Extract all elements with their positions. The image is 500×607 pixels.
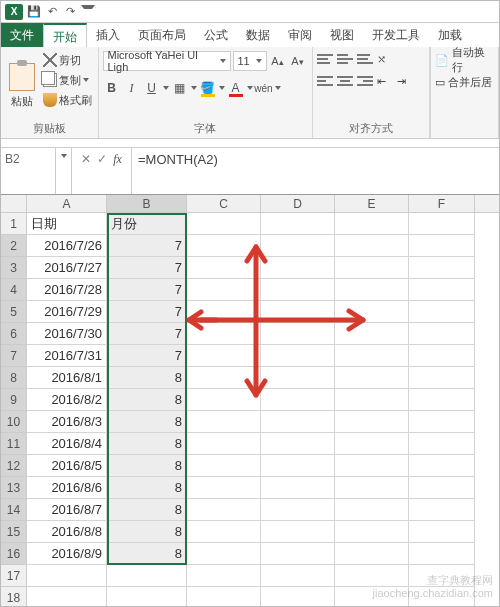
font-name-select[interactable]: Microsoft YaHei UI Ligh	[103, 51, 231, 71]
cell-F12[interactable]	[409, 455, 475, 477]
tab-addins[interactable]: 加载	[429, 23, 471, 47]
cell-E3[interactable]	[335, 257, 409, 279]
cell-C7[interactable]	[187, 345, 261, 367]
cell-F13[interactable]	[409, 477, 475, 499]
chevron-down-icon[interactable]	[219, 86, 225, 90]
cell-A3[interactable]: 2016/7/27	[27, 257, 107, 279]
row-header[interactable]: 15	[1, 521, 27, 543]
cell-F14[interactable]	[409, 499, 475, 521]
chevron-down-icon[interactable]	[247, 86, 253, 90]
cell-C9[interactable]	[187, 389, 261, 411]
cell-F8[interactable]	[409, 367, 475, 389]
tab-developer[interactable]: 开发工具	[363, 23, 429, 47]
column-header-F[interactable]: F	[409, 195, 475, 212]
cell-B3[interactable]: 7	[107, 257, 187, 279]
cell-E4[interactable]	[335, 279, 409, 301]
tab-review[interactable]: 审阅	[279, 23, 321, 47]
fx-button[interactable]: fx	[113, 152, 122, 167]
cell-C11[interactable]	[187, 433, 261, 455]
font-color-button[interactable]: A	[227, 79, 245, 97]
column-header-C[interactable]: C	[187, 195, 261, 212]
cell-A16[interactable]: 2016/8/9	[27, 543, 107, 565]
cell-A9[interactable]: 2016/8/2	[27, 389, 107, 411]
cell-F10[interactable]	[409, 411, 475, 433]
row-header[interactable]: 16	[1, 543, 27, 565]
wrap-text-button[interactable]: 📄自动换行	[435, 51, 494, 69]
cell-C3[interactable]	[187, 257, 261, 279]
orientation-button[interactable]: ⤯	[377, 51, 393, 67]
column-header-D[interactable]: D	[261, 195, 335, 212]
cell-F16[interactable]	[409, 543, 475, 565]
cell-C10[interactable]	[187, 411, 261, 433]
cell-D16[interactable]	[261, 543, 335, 565]
cell-A6[interactable]: 2016/7/30	[27, 323, 107, 345]
cell-D17[interactable]	[261, 565, 335, 587]
cell-C14[interactable]	[187, 499, 261, 521]
tab-insert[interactable]: 插入	[87, 23, 129, 47]
font-size-select[interactable]: 11	[233, 51, 267, 71]
chevron-down-icon[interactable]	[275, 86, 281, 90]
cell-D4[interactable]	[261, 279, 335, 301]
tab-formulas[interactable]: 公式	[195, 23, 237, 47]
cell-B8[interactable]: 8	[107, 367, 187, 389]
cell-D9[interactable]	[261, 389, 335, 411]
cell-B6[interactable]: 7	[107, 323, 187, 345]
cell-D7[interactable]	[261, 345, 335, 367]
cell-D11[interactable]	[261, 433, 335, 455]
cell-B10[interactable]: 8	[107, 411, 187, 433]
redo-icon[interactable]: ↷	[63, 5, 77, 19]
tab-home[interactable]: 开始	[43, 23, 87, 47]
cell-E1[interactable]	[335, 213, 409, 235]
cell-E2[interactable]	[335, 235, 409, 257]
cell-D1[interactable]	[261, 213, 335, 235]
cell-E9[interactable]	[335, 389, 409, 411]
row-header[interactable]: 1	[1, 213, 27, 235]
decrease-font-button[interactable]: A▾	[289, 51, 307, 71]
cell-B13[interactable]: 8	[107, 477, 187, 499]
cell-B7[interactable]: 7	[107, 345, 187, 367]
cell-A4[interactable]: 2016/7/28	[27, 279, 107, 301]
cell-B17[interactable]	[107, 565, 187, 587]
cell-A17[interactable]	[27, 565, 107, 587]
align-middle-button[interactable]	[337, 51, 353, 67]
cell-E11[interactable]	[335, 433, 409, 455]
cell-D8[interactable]	[261, 367, 335, 389]
row-header[interactable]: 11	[1, 433, 27, 455]
row-header[interactable]: 7	[1, 345, 27, 367]
cell-D12[interactable]	[261, 455, 335, 477]
chevron-down-icon[interactable]	[191, 86, 197, 90]
tab-file[interactable]: 文件	[1, 23, 43, 47]
cell-C13[interactable]	[187, 477, 261, 499]
cell-B1[interactable]: 月份	[107, 213, 187, 235]
cell-E16[interactable]	[335, 543, 409, 565]
align-bottom-button[interactable]	[357, 51, 373, 67]
cell-A15[interactable]: 2016/8/8	[27, 521, 107, 543]
row-header[interactable]: 13	[1, 477, 27, 499]
cell-E15[interactable]	[335, 521, 409, 543]
cell-C15[interactable]	[187, 521, 261, 543]
cell-B15[interactable]: 8	[107, 521, 187, 543]
fill-color-button[interactable]: 🪣	[199, 79, 217, 97]
name-box-expand[interactable]	[56, 148, 72, 194]
bold-button[interactable]: B	[103, 79, 121, 97]
cell-F11[interactable]	[409, 433, 475, 455]
cut-button[interactable]: 剪切	[43, 51, 92, 69]
underline-button[interactable]: U	[143, 79, 161, 97]
cell-D14[interactable]	[261, 499, 335, 521]
copy-button[interactable]: 复制	[43, 71, 92, 89]
qat-dropdown-icon[interactable]	[81, 5, 95, 19]
tab-view[interactable]: 视图	[321, 23, 363, 47]
row-header[interactable]: 3	[1, 257, 27, 279]
cell-F1[interactable]	[409, 213, 475, 235]
cell-F9[interactable]	[409, 389, 475, 411]
cell-D13[interactable]	[261, 477, 335, 499]
cell-E10[interactable]	[335, 411, 409, 433]
row-header[interactable]: 9	[1, 389, 27, 411]
cell-B5[interactable]: 7	[107, 301, 187, 323]
cell-B12[interactable]: 8	[107, 455, 187, 477]
tab-layout[interactable]: 页面布局	[129, 23, 195, 47]
align-left-button[interactable]	[317, 73, 333, 89]
row-header[interactable]: 6	[1, 323, 27, 345]
cell-F3[interactable]	[409, 257, 475, 279]
cell-B9[interactable]: 8	[107, 389, 187, 411]
